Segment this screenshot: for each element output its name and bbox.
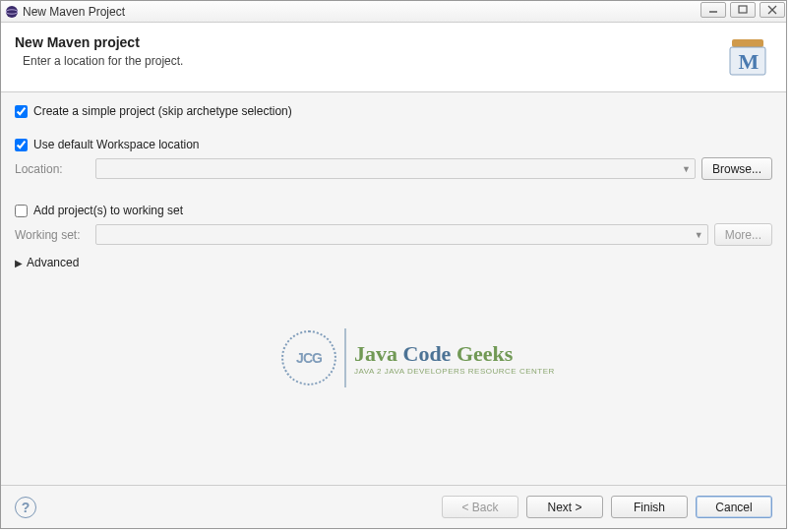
watermark-title: Java Code Geeks	[354, 341, 555, 367]
svg-rect-3	[739, 6, 747, 13]
minimize-button[interactable]	[700, 2, 726, 18]
chevron-down-icon: ▼	[682, 164, 691, 174]
location-label: Location:	[15, 162, 90, 176]
watermark-badge: JCG	[281, 330, 336, 385]
simple-project-checkbox[interactable]	[15, 105, 28, 118]
svg-text:M: M	[739, 49, 760, 74]
working-set-combo: ▼	[95, 224, 708, 245]
eclipse-icon	[5, 5, 19, 19]
browse-button[interactable]: Browse...	[701, 157, 772, 180]
add-working-set-checkbox[interactable]	[15, 205, 28, 217]
watermark: JCG Java Code Geeks Java 2 Java Develope…	[281, 328, 555, 387]
next-button[interactable]: Next >	[526, 496, 603, 518]
simple-project-label: Create a simple project (skip archetype …	[33, 104, 292, 118]
use-default-location-checkbox[interactable]	[15, 139, 28, 151]
watermark-divider	[344, 328, 346, 387]
use-default-location-label: Use default Workspace location	[33, 138, 200, 151]
wizard-body: Create a simple project (skip archetype …	[1, 92, 786, 485]
add-working-set-label: Add project(s) to working set	[33, 204, 183, 217]
more-button: More...	[714, 223, 772, 246]
advanced-toggle[interactable]: ▶ Advanced	[15, 256, 772, 269]
watermark-subtitle: Java 2 Java Developers Resource Center	[354, 367, 555, 376]
advanced-label: Advanced	[27, 256, 79, 269]
finish-button[interactable]: Finish	[611, 496, 688, 518]
back-button: < Back	[442, 496, 518, 518]
wizard-banner: New Maven project Enter a location for t…	[1, 23, 786, 92]
svg-rect-6	[732, 39, 763, 47]
working-set-label: Working set:	[15, 228, 90, 242]
chevron-down-icon: ▼	[695, 230, 703, 240]
close-button[interactable]	[760, 2, 785, 18]
banner-title: New Maven project	[15, 34, 725, 50]
wizard-footer: ? < Back Next > Finish Cancel	[1, 485, 786, 528]
cancel-button[interactable]: Cancel	[696, 496, 772, 518]
titlebar: New Maven Project	[1, 1, 786, 23]
help-icon[interactable]: ?	[15, 497, 36, 518]
triangle-right-icon: ▶	[15, 258, 23, 268]
svg-point-0	[6, 6, 18, 18]
window-title: New Maven Project	[23, 5, 782, 19]
banner-description: Enter a location for the project.	[15, 54, 725, 68]
maximize-button[interactable]	[730, 2, 756, 18]
location-combo: ▼	[95, 158, 696, 179]
maven-box-icon: M	[725, 34, 772, 82]
